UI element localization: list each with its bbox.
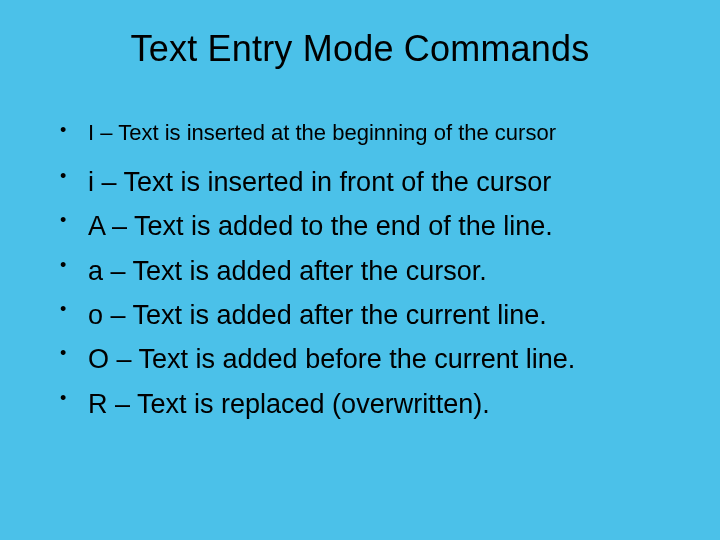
slide-title: Text Entry Mode Commands bbox=[48, 28, 672, 70]
list-item: a – Text is added after the cursor. bbox=[88, 253, 672, 289]
list-item: I – Text is inserted at the beginning of… bbox=[88, 118, 672, 148]
list-item: R – Text is replaced (overwritten). bbox=[88, 386, 672, 422]
list-item: o – Text is added after the current line… bbox=[88, 297, 672, 333]
list-item: i – Text is inserted in front of the cur… bbox=[88, 164, 672, 200]
list-item: A – Text is added to the end of the line… bbox=[88, 208, 672, 244]
command-list: I – Text is inserted at the beginning of… bbox=[48, 118, 672, 422]
list-item: O – Text is added before the current lin… bbox=[88, 341, 672, 377]
